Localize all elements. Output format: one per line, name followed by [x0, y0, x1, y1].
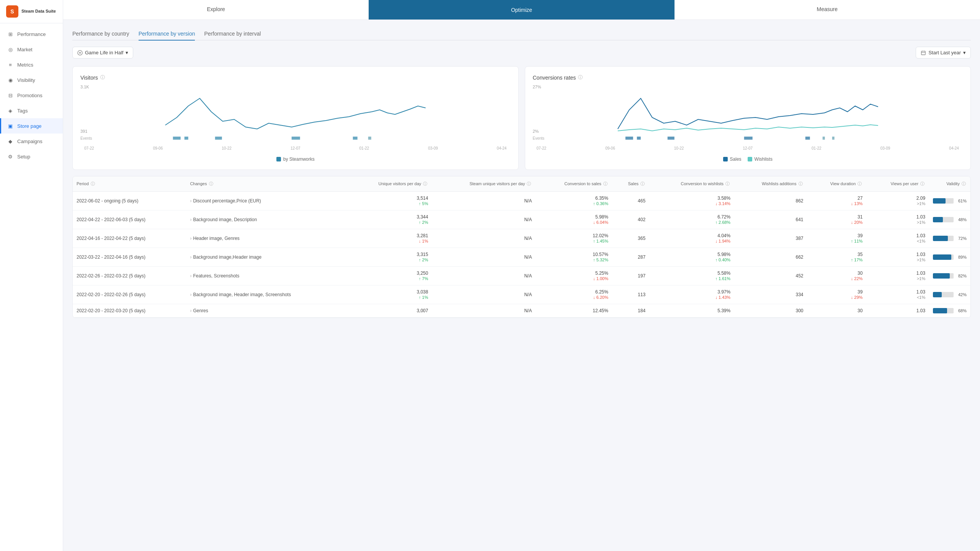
- changes-info-btn[interactable]: ⓘ: [208, 181, 214, 187]
- tab-by-country[interactable]: Performance by country: [72, 28, 129, 41]
- validity-bar-bg: [933, 308, 954, 313]
- cell-conv-wishlists: 3.58% ↓ 3.14%: [649, 192, 734, 210]
- conversion-chart-card: Conversions rates ⓘ 27%: [525, 66, 971, 170]
- storepage-icon: ▣: [7, 123, 13, 129]
- unique-visitors-info-btn[interactable]: ⓘ: [422, 181, 428, 187]
- validity-bar-bg: [933, 254, 954, 260]
- performance-icon: ⊞: [7, 31, 13, 37]
- cell-wishlists-add: 662: [734, 248, 807, 267]
- cell-wishlists-add: 334: [734, 285, 807, 304]
- tab-by-version[interactable]: Performance by version: [139, 28, 195, 41]
- validity-percent: 72%: [956, 236, 967, 241]
- cell-conv-sales: 12.02% ↑ 1.45%: [536, 229, 612, 248]
- cell-views-per-user: 1.03 <1%: [866, 229, 929, 248]
- th-sales: Sales ⓘ: [612, 176, 649, 192]
- sidebar-item-visibility-label: Visibility: [17, 77, 35, 83]
- validity-bar-bg: [933, 273, 954, 279]
- top-nav-measure[interactable]: Measure: [675, 0, 980, 20]
- visitors-events-label: Events: [80, 136, 92, 140]
- table-row: 2022-04-22 - 2022-06-03 (5 days) ›Backgr…: [73, 210, 970, 229]
- sidebar-item-campaigns[interactable]: ◆ Campaigns: [0, 134, 63, 149]
- period-info-btn[interactable]: ⓘ: [90, 181, 96, 187]
- validity-info-btn[interactable]: ⓘ: [961, 181, 967, 187]
- validity-bar-fill: [933, 198, 946, 204]
- sidebar-item-performance[interactable]: ⊞ Performance: [0, 26, 63, 42]
- svg-rect-10: [667, 137, 674, 140]
- conversion-chart-title: Conversions rates ⓘ: [533, 74, 963, 81]
- top-nav-optimize[interactable]: Optimize: [369, 0, 674, 20]
- cell-unique-visitors: 3,007: [347, 304, 432, 318]
- cell-views-per-user: 1.03 >1%: [866, 210, 929, 229]
- cell-conv-sales: 6.35% ↑ 0.36%: [536, 192, 612, 210]
- conversion-chart-area: 27% 2% Events: [533, 85, 963, 153]
- th-conv-sales: Conversion to sales ⓘ: [536, 176, 612, 192]
- date-range-button[interactable]: Start Last year ▾: [916, 47, 971, 59]
- view-duration-info-btn[interactable]: ⓘ: [857, 181, 862, 187]
- game-filter-button[interactable]: Game Life in Half: [72, 47, 133, 59]
- sales-info-btn[interactable]: ⓘ: [640, 181, 645, 187]
- cell-changes: ›Discount percentage,Price (EUR): [186, 192, 347, 210]
- cell-wishlists-add: 387: [734, 229, 807, 248]
- main-content: Explore Optimize Measure Performance by …: [63, 0, 980, 551]
- cell-sales: 197: [612, 267, 649, 285]
- conversion-svg: [533, 91, 963, 144]
- views-per-user-info-btn[interactable]: ⓘ: [920, 181, 925, 187]
- sidebar-item-campaigns-label: Campaigns: [17, 139, 42, 144]
- sidebar-item-promotions-label: Promotions: [17, 93, 42, 98]
- validity-percent: 68%: [956, 308, 967, 313]
- sidebar-item-metrics[interactable]: ≡ Metrics: [0, 57, 63, 72]
- cell-conv-wishlists: 4.04% ↓ 1.94%: [649, 229, 734, 248]
- sidebar-item-tags[interactable]: ◈ Tags: [0, 103, 63, 118]
- cell-steam-visitors: N/A: [432, 267, 536, 285]
- cell-view-duration: 39 ↑ 11%: [807, 229, 867, 248]
- wishlists-add-info-btn[interactable]: ⓘ: [798, 181, 804, 187]
- sidebar-item-promotions[interactable]: ⊟ Promotions: [0, 88, 63, 103]
- conv-sales-info-btn[interactable]: ⓘ: [603, 181, 608, 187]
- cell-changes: ›Background image, Header image, Screens…: [186, 285, 347, 304]
- cell-validity: 68%: [929, 304, 970, 318]
- conv-wishlists-info-btn[interactable]: ⓘ: [725, 181, 730, 187]
- validity-percent: 48%: [956, 217, 967, 222]
- filter-bar: Game Life in Half Start Last year ▾: [72, 47, 971, 59]
- cell-conv-wishlists: 5.58% ↑ 1.61%: [649, 267, 734, 285]
- validity-bar-fill: [933, 308, 947, 313]
- cell-conv-sales: 5.98% ↓ 6.04%: [536, 210, 612, 229]
- sidebar-item-storepage-label: Store page: [17, 123, 42, 129]
- cell-view-duration: 30 ↓ 22%: [807, 267, 867, 285]
- cell-validity: 48%: [929, 210, 970, 229]
- cell-conv-wishlists: 5.39%: [649, 304, 734, 318]
- cell-wishlists-add: 641: [734, 210, 807, 229]
- svg-rect-8: [625, 137, 633, 140]
- tab-by-interval[interactable]: Performance by interval: [204, 28, 261, 41]
- market-icon: ◎: [7, 46, 13, 52]
- visitors-svg: [80, 91, 511, 144]
- conversion-info-icon[interactable]: ⓘ: [578, 74, 583, 81]
- conversion-legend: Sales Wishlists: [533, 156, 963, 162]
- top-nav-explore[interactable]: Explore: [63, 0, 369, 20]
- visitors-info-icon[interactable]: ⓘ: [100, 74, 105, 81]
- cell-period: 2022-04-16 - 2022-04-22 (5 days): [73, 229, 186, 248]
- cell-conv-sales: 5.25% ↓ 1.00%: [536, 267, 612, 285]
- validity-bar-bg: [933, 198, 954, 204]
- cell-changes: ›Header image, Genres: [186, 229, 347, 248]
- visitors-y-max: 3.1K: [80, 85, 89, 89]
- table-header-row: Period ⓘ Changes ⓘ Unique visitors per d…: [73, 176, 970, 192]
- svg-rect-1: [921, 51, 926, 55]
- conversion-y-min: 2%: [533, 129, 539, 134]
- validity-bar-bg: [933, 217, 954, 222]
- cell-conv-sales: 12.45%: [536, 304, 612, 318]
- cell-conv-wishlists: 3.97% ↓ 1.43%: [649, 285, 734, 304]
- validity-bar-fill: [933, 217, 943, 222]
- sales-legend-color: [723, 157, 728, 161]
- visitors-legend-item: by Steamworks: [276, 156, 315, 162]
- steam-visitors-info-btn[interactable]: ⓘ: [526, 181, 532, 187]
- sidebar-item-storepage[interactable]: ▣ Store page: [0, 118, 63, 134]
- sidebar-item-visibility[interactable]: ◉ Visibility: [0, 72, 63, 88]
- sidebar-item-market[interactable]: ◎ Market: [0, 42, 63, 57]
- cell-unique-visitors: 3,514 ↑ 5%: [347, 192, 432, 210]
- sidebar-item-setup[interactable]: ⚙ Setup: [0, 149, 63, 164]
- validity-bar-bg: [933, 292, 954, 297]
- campaigns-icon: ◆: [7, 138, 13, 144]
- validity-bar-fill: [933, 254, 951, 260]
- cell-sales: 465: [612, 192, 649, 210]
